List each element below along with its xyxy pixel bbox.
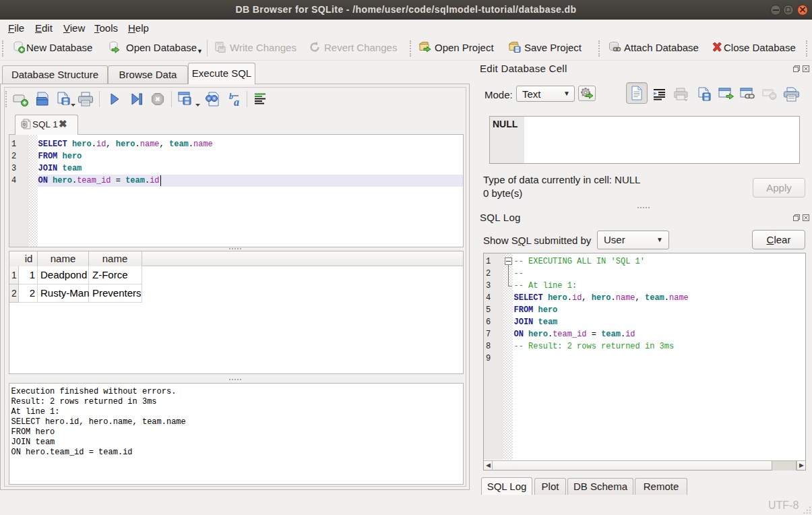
svg-text:b: b — [229, 92, 233, 101]
svg-text:a: a — [234, 96, 239, 108]
